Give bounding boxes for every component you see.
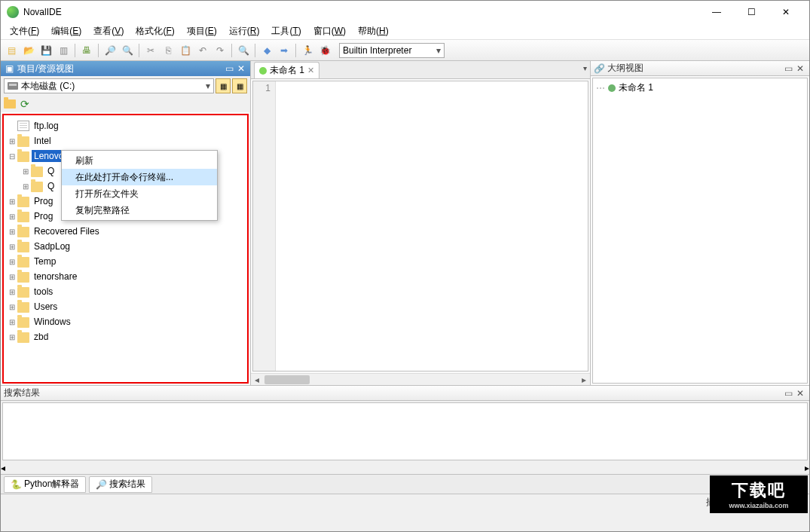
search-results-body[interactable]	[2, 402, 808, 460]
expand-icon[interactable]: ⊞	[7, 197, 17, 206]
editor-content[interactable]	[276, 81, 588, 371]
undo-icon[interactable]: ↶	[195, 43, 210, 58]
tab-dropdown-icon[interactable]: ▾	[583, 64, 587, 72]
tab-close-icon[interactable]: ✕	[307, 66, 314, 75]
copy-icon[interactable]: ⎘	[160, 43, 176, 58]
outline-item-label: 未命名 1	[619, 81, 653, 94]
interpreter-label: Builtin Interpreter	[343, 45, 411, 56]
menu-文件[interactable]: 文件(F)	[4, 23, 45, 39]
expand-icon[interactable]: ⊞	[7, 137, 17, 145]
save-icon[interactable]: 💾	[38, 43, 53, 58]
minimize-button[interactable]: —	[699, 1, 734, 23]
scroll-thumb[interactable]	[264, 375, 310, 384]
menu-帮助[interactable]: 帮助(H)	[352, 23, 395, 39]
editor-body[interactable]: 1	[252, 81, 588, 371]
folder-open-icon[interactable]	[4, 99, 16, 109]
panel-close-icon[interactable]: ✕	[235, 63, 247, 74]
folder-icon	[17, 136, 29, 147]
debug-icon[interactable]: 🐞	[317, 43, 332, 58]
context-menu-item[interactable]: 刷新	[62, 152, 217, 169]
context-menu-item[interactable]: 在此处打开命令行终端...	[62, 169, 217, 185]
expand-icon[interactable]: ⊞	[7, 243, 17, 251]
print-icon[interactable]: 🖶	[79, 43, 94, 58]
new-file-icon[interactable]: ▤	[4, 43, 19, 58]
menu-项目[interactable]: 项目(E)	[181, 23, 223, 39]
drive-action1-button[interactable]: ▦	[215, 78, 231, 93]
nav-fwd-icon[interactable]: ➡	[277, 43, 292, 58]
find-icon[interactable]: 🔎	[102, 43, 118, 58]
expand-icon[interactable]: ⊞	[7, 228, 17, 236]
scroll-right-icon[interactable]: ▸	[578, 375, 590, 385]
tree-item-label: Prog	[32, 210, 55, 222]
outline-body[interactable]: ⋯ 未命名 1	[592, 78, 808, 384]
outline-close-icon[interactable]: ✕	[794, 63, 806, 74]
expand-icon[interactable]: ⊞	[7, 273, 17, 281]
tree-item[interactable]: ⊞SadpLog	[4, 239, 247, 254]
refresh-icon[interactable]: ⟳	[20, 98, 29, 110]
cut-icon[interactable]: ✂	[143, 43, 158, 58]
expand-icon[interactable]: ⊞	[7, 303, 17, 311]
tree-item[interactable]: ⊞tools	[4, 284, 247, 299]
expand-icon[interactable]: ⊞	[7, 288, 17, 296]
interpreter-select[interactable]: Builtin Interpreter	[339, 43, 445, 58]
outline-panel-title: 大纲视图	[607, 62, 643, 75]
search-close-icon[interactable]: ✕	[794, 388, 806, 399]
tree-item[interactable]: ⊞tenorshare	[4, 269, 247, 284]
tree-item-label: Temp	[32, 255, 58, 268]
scroll-left-icon[interactable]: ◂	[251, 375, 263, 385]
tree-item[interactable]: ftp.log	[4, 118, 247, 133]
expand-icon[interactable]: ⊞	[7, 333, 17, 341]
outline-item[interactable]: ⋯ 未命名 1	[596, 81, 804, 94]
tree-item[interactable]: ⊞Temp	[4, 254, 247, 269]
python-icon: 🐍	[11, 479, 21, 490]
context-menu-item[interactable]: 打开所在文件夹	[62, 185, 217, 202]
expand-icon[interactable]: ⊞	[7, 212, 17, 221]
tree-item[interactable]: ⊞Users	[4, 299, 247, 314]
bottom-tab[interactable]: 🔎搜索结果	[89, 476, 152, 493]
save-all-icon[interactable]: ▥	[56, 43, 71, 58]
open-file-icon[interactable]: 📂	[21, 43, 36, 58]
outline-panel-header: 🔗 大纲视图 ▭ ✕	[591, 61, 809, 76]
tree-item[interactable]: ⊞zbd	[4, 329, 247, 344]
drive-action2-button[interactable]: ▦	[232, 78, 247, 93]
bottom-tab-label: 搜索结果	[109, 478, 145, 491]
zoom-icon[interactable]: 🔍	[236, 43, 251, 58]
outline-minimize-icon[interactable]: ▭	[782, 63, 794, 74]
find-files-icon[interactable]: 🔍	[120, 43, 135, 58]
menu-运行[interactable]: 运行(R)	[223, 23, 266, 39]
tree-item-label: Q	[45, 165, 57, 177]
drive-select[interactable]: 本地磁盘 (C:)	[4, 78, 214, 93]
editor-gutter: 1	[253, 81, 276, 371]
menu-编辑[interactable]: 编辑(E)	[45, 23, 87, 39]
expand-icon[interactable]: ⊟	[7, 152, 17, 161]
context-menu-item[interactable]: 复制完整路径	[62, 202, 217, 219]
search-hscrollbar[interactable]: ◂ ▸	[1, 462, 809, 474]
menu-查看[interactable]: 查看(V)	[87, 23, 130, 39]
editor-hscrollbar[interactable]: ◂ ▸	[251, 373, 590, 385]
expand-icon[interactable]: ⊞	[7, 258, 17, 266]
project-panel-title: 项目/资源视图	[17, 63, 74, 75]
expand-icon[interactable]: ⊞	[20, 182, 31, 191]
redo-icon[interactable]: ↷	[212, 43, 228, 58]
expand-icon[interactable]: ⊞	[20, 167, 31, 176]
tree-item[interactable]: ⊞Windows	[4, 314, 247, 329]
panel-minimize-icon[interactable]: ▭	[223, 63, 235, 74]
menu-窗口[interactable]: 窗口(W)	[307, 23, 352, 39]
run-icon[interactable]: 🏃	[300, 43, 315, 58]
search-minimize-icon[interactable]: ▭	[782, 388, 794, 399]
tree-item[interactable]: ⊞Recovered Files	[4, 224, 247, 239]
menu-格式化[interactable]: 格式化(F)	[130, 23, 180, 39]
bottom-tab[interactable]: 🐍Python解释器	[4, 476, 86, 493]
tree-item[interactable]: ⊞Intel	[4, 133, 247, 148]
project-panel: ▣ 项目/资源视图 ▭ ✕ 本地磁盘 (C:) ▦ ▦ ⟳ ftp.log⊞In…	[1, 61, 251, 385]
maximize-button[interactable]: ☐	[734, 1, 769, 23]
editor-tab[interactable]: 未命名 1 ✕	[254, 62, 319, 78]
nav-back-icon[interactable]: ◆	[259, 43, 274, 58]
scroll-right-icon[interactable]: ▸	[805, 463, 809, 473]
close-button[interactable]: ✕	[769, 1, 803, 23]
paste-icon[interactable]: 📋	[178, 43, 193, 58]
menu-工具[interactable]: 工具(T)	[265, 23, 307, 39]
scroll-left-icon[interactable]: ◂	[1, 463, 5, 473]
tree-item-label: tools	[32, 286, 55, 298]
expand-icon[interactable]: ⊞	[7, 318, 17, 326]
